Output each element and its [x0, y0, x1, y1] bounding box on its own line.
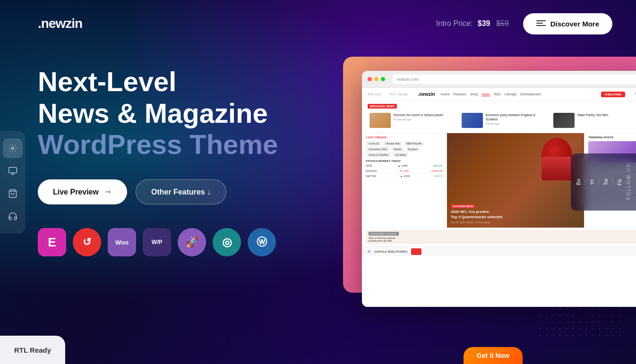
- preview-weather: NYC Cloudy: [389, 93, 408, 96]
- breaking-article-1: Discover the secret in Sahara desert 47 …: [368, 111, 456, 130]
- hero-title-line1: Next-Level: [38, 66, 176, 97]
- get-it-now-button[interactable]: Get it Now: [464, 347, 523, 364]
- hero-section: Next-Level News & Magazine WordPress The…: [38, 66, 278, 256]
- nav-news: News: [481, 93, 490, 96]
- sponsored-title: Stay in Sourous Resort$ starts from $1,9…: [369, 237, 636, 242]
- discover-more-button[interactable]: Discover More: [523, 13, 612, 34]
- article-img-desert: [370, 113, 391, 128]
- brand-logo: .newzin: [38, 16, 82, 31]
- plugin-wpbakery[interactable]: W/P: [143, 228, 171, 256]
- breaking-article-2: Economic policy between England & Scotla…: [460, 111, 548, 130]
- preview-date: Mon Day: [368, 93, 381, 96]
- svg-rect-1: [9, 167, 17, 173]
- featured-news-badge: FEATURED NEWS: [451, 204, 475, 208]
- sidebar-item-audio[interactable]: [3, 206, 23, 226]
- hero-title: Next-Level News & Magazine WordPress The…: [38, 66, 278, 161]
- bottom-strip: RTL Ready: [0, 336, 318, 364]
- breaking-news-bar: BREAKING NEWS Discover the secret in Sah…: [362, 101, 636, 133]
- other-features-label: Other Features ↓: [151, 188, 211, 196]
- browser-address-bar: newzin.com: [393, 75, 636, 84]
- plugin-elementor[interactable]: E: [38, 228, 66, 256]
- nav-shop: Shop: [470, 93, 478, 96]
- nav-home: Home: [441, 93, 450, 96]
- preview-subscribe-btn: SUBSCRIBE: [601, 92, 625, 97]
- sponsored-label: SPONSORED CONTENT: [369, 232, 399, 236]
- breaking-news-label: BREAKING NEWS: [368, 104, 397, 109]
- bottom-cta-area: Get it Now: [464, 347, 523, 364]
- social-link-youtube[interactable]: Yt: [589, 179, 595, 185]
- social-link-twitter[interactable]: Tw: [603, 178, 609, 185]
- price-new: $39: [478, 19, 490, 27]
- browser-dot-minimize: [374, 77, 378, 81]
- nav-features: Features: [453, 93, 466, 96]
- social-bar-container: Follow Us: Fb Tw Yt Be: [571, 153, 636, 211]
- hero-buttons: Live Preview → Other Features ↓: [38, 179, 278, 204]
- browser-dot-maximize: [381, 77, 385, 81]
- live-preview-button[interactable]: Live Preview →: [38, 179, 127, 204]
- google-stories-icon: G: [368, 249, 370, 254]
- header: .newzin Intro Price: $39 $59 Discover Mo…: [0, 0, 636, 47]
- monitor-icon: [8, 166, 17, 176]
- article-text-1: Discover the secret in Sahara desert 47 …: [394, 113, 443, 128]
- browser-dot-close: [368, 77, 372, 81]
- discover-btn-label: Discover More: [550, 20, 599, 28]
- article-text-3: Make Poetry, Not War!: [577, 113, 608, 128]
- live-preview-label: Live Preview: [53, 188, 99, 196]
- social-divider-3: [585, 178, 585, 186]
- hot-trends-label: # HOT TRENDS: [366, 136, 443, 139]
- sidebar-item-display[interactable]: [3, 161, 23, 181]
- sidebar: [0, 131, 26, 234]
- preview-topbar: Mon Day NYC Cloudy .newzin Home Features…: [362, 88, 636, 101]
- other-features-button[interactable]: Other Features ↓: [136, 179, 226, 204]
- article-text-2: Economic policy between England & Scotla…: [486, 113, 546, 128]
- preview-logo: .newzin: [418, 92, 435, 97]
- plugin-wordpress[interactable]: ⓦ: [248, 228, 276, 256]
- google-stories-items: [411, 248, 636, 255]
- shopping-bag-icon: [8, 189, 17, 198]
- arrow-right-icon: →: [103, 187, 112, 197]
- sponsored-section: SPONSORED CONTENT Stay in Sourous Resort…: [362, 228, 636, 246]
- header-right: Intro Price: $39 $59 Discover More: [436, 13, 612, 34]
- stock-nasdaq: NASDAQ▼ 1,18212,843.81: [366, 169, 443, 174]
- follow-us-label: Follow Us:: [626, 161, 631, 200]
- intro-price: Intro Price: $39 $59: [436, 19, 509, 28]
- stocks-table: STOCKS MARKET TODAY DOW▲ 4,830$38,167 NA…: [366, 160, 443, 179]
- sidebar-item-settings[interactable]: [3, 138, 23, 158]
- article-img-dark: [553, 113, 575, 128]
- featured-article-title: 2022 NFL Cra predict:Top 4 Quarterbacks …: [451, 210, 580, 220]
- featured-article-meta: Dec 24, 2021 • Admin • 12 Comments: [451, 221, 580, 224]
- headphones-icon: [8, 212, 17, 221]
- article-img-flag: [462, 113, 483, 128]
- browser-chrome: newzin.com: [362, 71, 636, 88]
- menu-icon: [536, 20, 546, 27]
- sponsored-article: SPONSORED CONTENT Stay in Sourous Resort…: [366, 230, 636, 244]
- social-link-behance[interactable]: Be: [576, 178, 581, 185]
- social-sidebar: Follow Us: Fb Tw Yt Be: [571, 153, 636, 211]
- plugin-woocommerce[interactable]: Woo: [108, 228, 136, 256]
- social-link-facebook[interactable]: Fb: [617, 179, 622, 185]
- nav-entertainment: Entertainment: [520, 93, 541, 96]
- trend-tag-ghost: Ghost at Tokyfilm: [366, 152, 391, 157]
- featured-article-overlay: FEATURED NEWS 2022 NFL Cra predict:Top 4…: [451, 204, 580, 224]
- trend-tag-amazon: Amazon: [406, 147, 420, 152]
- trend-tag-covid: Covid-19: [366, 141, 381, 146]
- nav-lifestyle: Lifestyle: [505, 93, 517, 96]
- stock-sp500: S&P 500▲ 4,8304,217.5: [366, 174, 443, 179]
- plugin-icons-row: E ↺ Woo W/P 🚀 ◎ ⓦ: [38, 228, 278, 256]
- trend-tag-grammies: Grammies 2022: [366, 147, 389, 152]
- preview-nav: Home Features Shop News Tech Lifestyle E…: [441, 93, 595, 96]
- rtl-badge-label: RTL Ready: [14, 346, 51, 354]
- story-1: [411, 248, 421, 255]
- trend-tag-stocks: Stocks: [391, 147, 404, 152]
- stocks-label: STOCKS MARKET TODAY: [366, 160, 443, 162]
- get-it-now-label: Get it Now: [477, 352, 509, 359]
- rtl-badge: RTL Ready: [0, 336, 65, 364]
- nav-tech: Tech: [494, 93, 501, 96]
- plugin-redux[interactable]: ↺: [73, 228, 101, 256]
- social-divider-1: [612, 178, 613, 186]
- plugin-wprocket[interactable]: 🚀: [178, 228, 206, 256]
- sidebar-item-cart[interactable]: [3, 184, 23, 203]
- price-old: $59: [496, 19, 509, 27]
- hero-title-line3: WordPress Theme: [38, 129, 278, 160]
- plugin-qode[interactable]: ◎: [213, 228, 241, 256]
